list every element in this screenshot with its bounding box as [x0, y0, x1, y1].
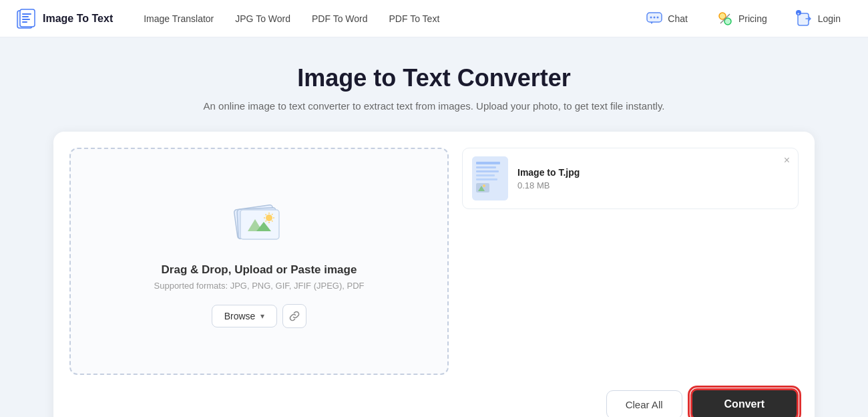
svg-line-28 [272, 214, 273, 215]
logo-text: Image To Text [43, 13, 113, 25]
svg-point-38 [483, 184, 485, 187]
chat-button[interactable]: Chat [634, 4, 699, 33]
svg-rect-18 [240, 210, 279, 239]
logo-icon [16, 8, 37, 29]
link-icon [288, 310, 300, 322]
svg-rect-35 [476, 178, 497, 180]
pricing-button[interactable]: Pricing [704, 4, 779, 33]
nav-jpg-to-word[interactable]: JPG To Word [226, 8, 300, 29]
svg-line-26 [266, 214, 267, 215]
page-title: Image to Text Converter [297, 64, 570, 92]
svg-line-27 [272, 221, 273, 222]
logo-link[interactable]: Image To Text [16, 8, 113, 29]
header: Image To Text Image Translator JPG To Wo… [0, 0, 868, 37]
svg-rect-33 [476, 170, 499, 172]
svg-point-7 [650, 16, 652, 18]
svg-rect-5 [22, 21, 27, 23]
svg-text:+: + [797, 11, 800, 15]
nav-pdf-to-text[interactable]: PDF To Text [380, 8, 449, 29]
svg-rect-34 [476, 174, 495, 176]
svg-rect-3 [22, 16, 29, 17]
main-nav: Image Translator JPG To Word PDF To Word… [134, 8, 634, 29]
svg-rect-2 [22, 13, 31, 15]
pricing-label: Pricing [738, 13, 767, 24]
file-thumbnail [472, 156, 508, 200]
file-item: Image to T.jpg 0.18 MB × [462, 148, 799, 209]
nav-pdf-to-word[interactable]: PDF To Word [302, 8, 377, 29]
svg-rect-4 [22, 19, 30, 20]
login-button[interactable]: + Login [784, 4, 852, 33]
nav-image-translator[interactable]: Image Translator [134, 8, 223, 29]
svg-point-21 [266, 215, 272, 221]
svg-point-8 [654, 16, 656, 18]
pricing-icon [716, 9, 734, 28]
browse-label: Browse [224, 311, 256, 321]
converter-box: Drag & Drop, Upload or Paste image Suppo… [53, 132, 815, 417]
drop-zone-subtitle: Supported formats: JPG, PNG, GIF, JFIF (… [154, 281, 365, 291]
browse-chevron-icon: ▾ [260, 311, 264, 321]
browse-button[interactable]: Browse ▾ [212, 305, 278, 327]
clear-all-button[interactable]: Clear All [606, 390, 682, 418]
file-size: 0.18 MB [517, 180, 789, 190]
file-remove-button[interactable]: × [784, 155, 790, 166]
drop-zone-icon [226, 195, 292, 251]
chat-icon [645, 9, 664, 28]
chat-label: Chat [668, 13, 688, 24]
login-label: Login [818, 13, 841, 24]
login-icon: + [795, 9, 814, 28]
header-right: Chat Pricing + Login [634, 4, 852, 33]
svg-rect-31 [476, 162, 500, 164]
file-name: Image to T.jpg [517, 167, 789, 178]
bottom-bar: Clear All Convert [69, 388, 799, 417]
browse-area: Browse ▾ [212, 304, 307, 328]
drop-zone[interactable]: Drag & Drop, Upload or Paste image Suppo… [69, 148, 449, 375]
converter-main: Drag & Drop, Upload or Paste image Suppo… [69, 148, 799, 375]
file-info: Image to T.jpg 0.18 MB [517, 167, 789, 190]
svg-point-9 [657, 16, 659, 18]
link-button[interactable] [282, 304, 306, 328]
svg-rect-32 [476, 166, 496, 168]
page-subtitle: An online image to text converter to ext… [204, 100, 665, 112]
file-list-area: Image to T.jpg 0.18 MB × [462, 148, 799, 375]
convert-button[interactable]: Convert [690, 388, 799, 417]
drop-zone-title: Drag & Drop, Upload or Paste image [162, 263, 357, 277]
main-content: Image to Text Converter An online image … [0, 37, 868, 417]
svg-rect-1 [20, 9, 35, 27]
svg-line-29 [266, 221, 267, 222]
